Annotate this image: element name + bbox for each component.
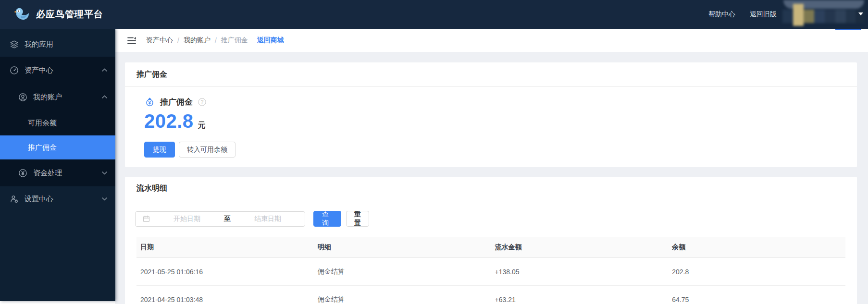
top-navbar: 必应鸟管理平台 帮助中心 返回旧版 bbox=[0, 0, 868, 29]
search-button[interactable]: 查询 bbox=[313, 211, 341, 227]
table-header-balance: 余额 bbox=[668, 243, 845, 252]
commission-unit: 元 bbox=[198, 121, 206, 131]
breadcrumb-current: 推广佣金 bbox=[221, 36, 248, 45]
table-row: 2021-04-25 01:03:48 佣金结算 +63.21 64.75 bbox=[136, 286, 845, 304]
bird-logo-icon bbox=[13, 7, 30, 22]
sidebar-item-settings-center[interactable]: 设置中心 bbox=[0, 186, 115, 211]
breadcrumb-separator: / bbox=[177, 36, 179, 44]
back-old-version-link[interactable]: 返回旧版 bbox=[750, 10, 777, 19]
user-account-menu[interactable] bbox=[781, 0, 864, 29]
sidebar-item-label: 我的账户 bbox=[33, 93, 62, 102]
sidebar-item-label: 可用余额 bbox=[28, 119, 57, 128]
user-info-blurred bbox=[781, 0, 864, 29]
sidebar-item-funds-processing[interactable]: 资金处理 bbox=[0, 159, 115, 186]
commission-card-title: 推广佣金 bbox=[125, 62, 857, 87]
sidebar-item-label: 资产中心 bbox=[25, 66, 53, 75]
cell-flow-amount: +138.05 bbox=[491, 268, 669, 276]
sidebar-item-my-apps[interactable]: 我的应用 bbox=[0, 32, 115, 57]
calendar-icon bbox=[143, 215, 150, 222]
cell-balance: 64.75 bbox=[668, 296, 845, 304]
filter-row: 开始日期 至 结束日期 查询 重置 bbox=[125, 200, 857, 227]
flow-detail-card: 流水明细 开始日期 至 结束日期 查询 bbox=[125, 177, 857, 304]
sidebar-item-label: 我的应用 bbox=[25, 40, 53, 49]
layers-icon bbox=[10, 40, 19, 49]
sidebar-item-asset-center[interactable]: 资产中心 bbox=[0, 57, 115, 84]
app-title: 必应鸟管理平台 bbox=[36, 8, 103, 21]
gauge-icon bbox=[10, 66, 19, 75]
sidebar-item-promotion-commission[interactable]: 推广佣金 bbox=[0, 135, 115, 159]
table-row: 2021-05-25 01:06:16 佣金结算 +138.05 202.8 bbox=[136, 258, 845, 286]
blur-artifact bbox=[835, 29, 861, 30]
money-bag-icon bbox=[144, 97, 155, 108]
transfer-to-balance-button[interactable]: 转入可用余额 bbox=[179, 142, 236, 158]
sidebar-item-label: 资金处理 bbox=[33, 169, 62, 178]
sidebar-item-available-balance[interactable]: 可用余额 bbox=[0, 110, 115, 135]
page: 必应鸟管理平台 帮助中心 返回旧版 bbox=[0, 0, 868, 304]
menu-fold-icon[interactable] bbox=[127, 37, 136, 44]
date-range-picker[interactable]: 开始日期 至 结束日期 bbox=[135, 211, 305, 227]
withdraw-button[interactable]: 提现 bbox=[144, 142, 175, 158]
question-circle-icon[interactable]: ? bbox=[198, 98, 206, 106]
svg-text:?: ? bbox=[201, 99, 204, 105]
cell-date: 2021-04-25 01:03:48 bbox=[136, 296, 314, 304]
breadcrumb-separator: / bbox=[215, 36, 217, 44]
range-separator: 至 bbox=[224, 215, 231, 223]
sidebar: 我的应用 资产中心 bbox=[0, 29, 115, 301]
help-center-link[interactable]: 帮助中心 bbox=[708, 10, 735, 19]
sidebar-group-assets: 资产中心 我的账户 可用余额 bbox=[0, 57, 115, 186]
flow-card-title: 流水明细 bbox=[125, 177, 857, 200]
cell-balance: 202.8 bbox=[668, 268, 845, 276]
breadcrumb-my-account[interactable]: 我的账户 bbox=[184, 36, 211, 45]
commission-card: 推广佣金 推广佣金 bbox=[125, 62, 857, 167]
start-date-placeholder: 开始日期 bbox=[150, 215, 224, 223]
sidebar-item-label: 设置中心 bbox=[25, 195, 53, 204]
user-circle-icon bbox=[18, 93, 27, 102]
sidebar-item-label: 推广佣金 bbox=[28, 143, 57, 152]
back-to-mall-link[interactable]: 返回商城 bbox=[257, 36, 284, 45]
main-content: 资产中心 / 我的账户 / 推广佣金 返回商城 推广佣金 bbox=[115, 29, 868, 304]
reset-button[interactable]: 重置 bbox=[346, 211, 369, 227]
cell-flow-amount: +63.21 bbox=[491, 296, 669, 304]
caret-down-icon bbox=[858, 12, 863, 15]
sidebar-item-my-account[interactable]: 我的账户 bbox=[0, 84, 115, 110]
chevron-down-icon bbox=[102, 170, 107, 175]
chevron-down-icon bbox=[102, 196, 107, 201]
end-date-placeholder: 结束日期 bbox=[231, 215, 305, 223]
breadcrumb-bar: 资产中心 / 我的账户 / 推广佣金 返回商城 bbox=[115, 29, 868, 52]
flow-table: 日期 明细 流水金额 余额 2021-05-25 01:06:16 佣金结算 +… bbox=[136, 237, 845, 304]
table-header-detail: 明细 bbox=[314, 243, 491, 252]
chevron-up-icon bbox=[102, 95, 107, 99]
yen-circle-icon bbox=[18, 169, 27, 178]
table-header-row: 日期 明细 流水金额 余额 bbox=[136, 237, 845, 258]
chevron-up-icon bbox=[102, 68, 107, 73]
table-header-date: 日期 bbox=[136, 243, 314, 252]
table-header-flow-amount: 流水金额 bbox=[491, 243, 669, 252]
breadcrumb-asset-center[interactable]: 资产中心 bbox=[146, 36, 173, 45]
commission-amount: 202.8 bbox=[144, 110, 194, 132]
cell-detail: 佣金结算 bbox=[314, 268, 491, 276]
cell-date: 2021-05-25 01:06:16 bbox=[136, 268, 314, 276]
user-gear-icon bbox=[10, 195, 19, 204]
cell-detail: 佣金结算 bbox=[314, 295, 491, 304]
commission-label: 推广佣金 bbox=[160, 97, 193, 108]
